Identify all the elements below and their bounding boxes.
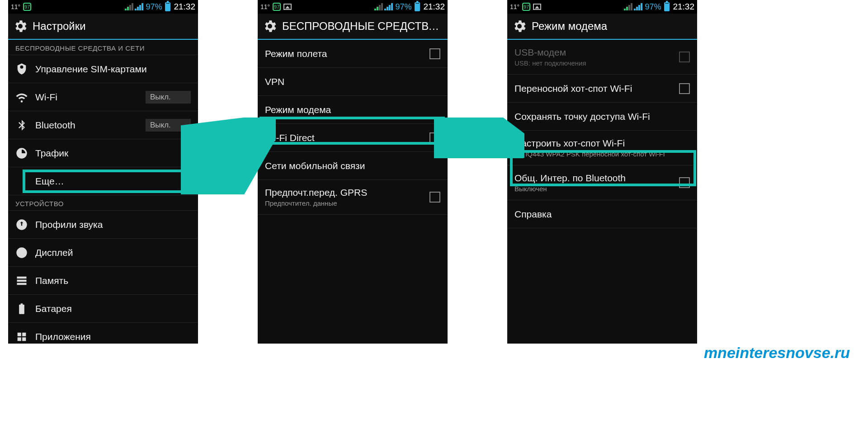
bluetooth-toggle[interactable]: Выкл. [146,119,191,132]
apps-icon [15,330,28,343]
page-title: БЕСПРОВОДНЫЕ СРЕДСТВА И СЕ… [282,20,443,33]
status-battery-percent: 97% [146,2,162,12]
storage-icon [15,274,28,287]
row-sim-management[interactable]: Управление SIM-картами [8,55,198,83]
row-battery[interactable]: Батарея [8,295,198,323]
row-label: Дисплей [35,247,191,258]
signal-sim2-icon [135,3,143,10]
checkbox[interactable] [679,83,690,94]
status-time: 21:32 [174,2,195,12]
checkbox[interactable] [429,132,440,143]
status-temp: 11° [510,3,519,10]
data-usage-icon [15,147,28,160]
row-label: Wi-Fi Direct [265,132,422,143]
signal-sim1-icon [125,3,133,10]
display-icon [15,246,28,259]
row-label: Сохранять точку доступа Wi-Fi [514,111,690,122]
checkbox [679,52,690,62]
row-configure-hotspot[interactable]: Настроить хот-спот Wi-Fi Fly IQ443 WPA2 … [507,131,697,165]
row-label: Bluetooth [35,120,138,131]
status-temp: 11° [260,3,270,10]
row-wifi-direct[interactable]: Wi-Fi Direct [258,124,448,152]
signal-sim1-icon [374,3,383,10]
row-help[interactable]: Справка [507,200,697,228]
page-title: Режим модема [532,20,607,33]
row-label: Предпочт.перед. GPRS [265,187,367,198]
status-time: 21:32 [673,2,694,12]
row-mobile-networks[interactable]: Сети мобильной связи [258,152,448,180]
signal-sim2-icon [634,3,642,10]
status-temp: 11° [11,3,20,10]
status-bar: 11° 97 97% 21:32 [8,0,198,14]
row-label: Настроить хот-спот Wi-Fi [514,138,665,149]
row-memory[interactable]: Память [8,267,198,295]
row-label: Общ. Интер. по Bluetooth [514,173,626,184]
row-sublabel: Предпочтител. данные [265,199,367,207]
title-bar: БЕСПРОВОДНЫЕ СРЕДСТВА И СЕ… [258,14,448,40]
row-label: Режим полета [265,48,422,59]
row-label: Профили звука [35,219,191,230]
row-sublabel: Fly IQ443 WPA2 PSK переносной хот-спот W… [514,150,665,158]
title-bar: Настройки [8,14,198,40]
sound-profiles-icon [15,218,28,231]
row-label: Сети мобильной связи [265,160,440,171]
row-label: Трафик [35,148,191,159]
status-battery-percent: 97% [395,2,411,12]
row-tethering[interactable]: Режим модема [258,96,448,124]
section-wireless-header: БЕСПРОВОДНЫЕ СРЕДСТВА И СЕТИ [8,40,198,55]
watermark-text: mneinteresnovse.ru [704,344,850,362]
wifi-icon [15,91,28,104]
settings-gear-icon [262,19,278,34]
row-sublabel: USB: нет подключения [514,59,586,67]
row-bluetooth[interactable]: Bluetooth Выкл. [8,111,198,139]
status-badge-icon: 97 [23,3,31,11]
row-usb-modem: USB-модем USB: нет подключения [507,40,697,75]
screenshot-saved-icon [283,4,292,10]
row-display[interactable]: Дисплей [8,239,198,267]
battery-icon [415,2,420,11]
row-vpn[interactable]: VPN [258,68,448,96]
screenshot-saved-icon [533,4,541,10]
row-label: Память [35,275,191,286]
row-label: Переносной хот-спот Wi-Fi [514,83,672,94]
blank-icon [15,175,28,188]
battery-icon [165,2,170,11]
row-label: Справка [514,209,690,220]
tutorial-composite: 11° 97 97% 21:32 Настройки БЕСПРОВОДНЫЕ … [0,0,868,434]
checkbox[interactable] [429,192,440,203]
sim-icon [15,63,28,75]
settings-gear-icon [512,19,527,34]
row-bluetooth-tether[interactable]: Общ. Интер. по Bluetooth Выключен [507,165,697,200]
signal-sim1-icon [624,3,632,10]
settings-gear-icon [13,19,28,34]
wifi-toggle[interactable]: Выкл. [146,91,191,104]
row-airplane[interactable]: Режим полета [258,40,448,68]
status-bar: 11° 97 97% 21:32 [507,0,697,14]
row-sublabel: Выключен [514,185,626,193]
row-label: Батарея [35,303,191,314]
row-label: Wi-Fi [35,92,138,103]
row-label: Еще… [35,176,191,187]
status-time: 21:32 [423,2,445,12]
row-sound[interactable]: Профили звука [8,211,198,239]
checkbox[interactable] [679,177,690,188]
row-apps[interactable]: Приложения [8,323,198,344]
checkbox[interactable] [429,48,440,59]
row-traffic[interactable]: Трафик [8,139,198,167]
row-keep-hotspot[interactable]: Сохранять точку доступа Wi-Fi [507,103,697,131]
row-wifi[interactable]: Wi-Fi Выкл. [8,83,198,111]
section-device-header: УСТРОЙСТВО [8,195,198,211]
row-label: VPN [265,76,440,87]
bluetooth-icon [15,119,28,132]
phone-screenshot-2: 11° 97 97% 21:32 БЕСПРОВОДНЫЕ СРЕДСТВА И… [258,0,448,344]
row-portable-hotspot[interactable]: Переносной хот-спот Wi-Fi [507,75,697,103]
row-label: USB-модем [514,47,586,58]
signal-sim2-icon [384,3,393,10]
row-more[interactable]: Еще… [8,167,198,195]
phone-screenshot-3: 11° 97 97% 21:32 Режим модема USB-модем … [507,0,697,344]
status-bar: 11° 97 97% 21:32 [258,0,448,14]
battery-icon [664,2,670,11]
phone-screenshot-1: 11° 97 97% 21:32 Настройки БЕСПРОВОДНЫЕ … [8,0,198,344]
status-badge-icon: 97 [273,3,281,11]
row-gprs-pref[interactable]: Предпочт.перед. GPRS Предпочтител. данны… [258,180,448,215]
